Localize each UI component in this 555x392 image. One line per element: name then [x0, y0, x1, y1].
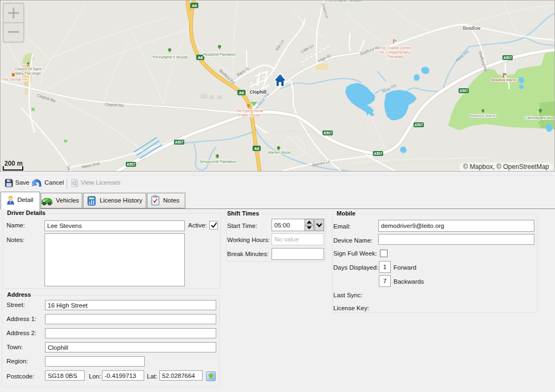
- svg-text:A507: A507: [175, 140, 184, 144]
- svg-text:A507: A507: [460, 89, 468, 93]
- svg-text:Public House: Public House: [238, 113, 260, 117]
- svg-text:A507: A507: [415, 123, 423, 127]
- svg-text:Simpsonhill Plantation: Simpsonhill Plantation: [200, 160, 236, 164]
- svg-text:Beadlow Manor: Beadlow Manor: [470, 114, 496, 117]
- svg-text:Beadlow: Beadlow: [463, 25, 481, 31]
- svg-text:Pennyfather's Woods: Pennyfather's Woods: [153, 55, 188, 60]
- svg-text:Clophill: Clophill: [249, 89, 266, 95]
- svg-text:The Flying Horse: The Flying Horse: [235, 109, 263, 113]
- svg-text:A6: A6: [198, 55, 203, 60]
- svg-text:A6: A6: [239, 90, 244, 95]
- svg-text:The George Inn: The George Inn: [2, 77, 28, 82]
- svg-text:Readshill Plantation: Readshill Plantation: [203, 53, 236, 56]
- svg-text:The Clophill Centre: The Clophill Centre: [379, 46, 411, 50]
- svg-text:for Complimentary: for Complimentary: [380, 50, 410, 55]
- svg-text:A507: A507: [324, 131, 332, 135]
- svg-text:A6: A6: [254, 146, 260, 151]
- svg-text:A507: A507: [374, 152, 383, 155]
- svg-text:Therapies: Therapies: [387, 55, 404, 59]
- svg-text:Warren Wood: Warren Wood: [268, 151, 291, 154]
- svg-text:Church Of Saint: Church Of Saint: [15, 67, 41, 71]
- svg-text:Greensand Plantation: Greensand Plantation: [329, 1, 363, 2]
- svg-text:A6: A6: [192, 3, 197, 8]
- svg-text:A507: A507: [504, 56, 512, 60]
- svg-text:Beadlow Manor: Beadlow Manor: [491, 78, 517, 82]
- svg-text:Cainhoepark Wood: Cainhoepark Wood: [525, 116, 554, 120]
- svg-text:A507: A507: [127, 162, 135, 166]
- svg-text:Mary The Virgin: Mary The Virgin: [15, 71, 41, 76]
